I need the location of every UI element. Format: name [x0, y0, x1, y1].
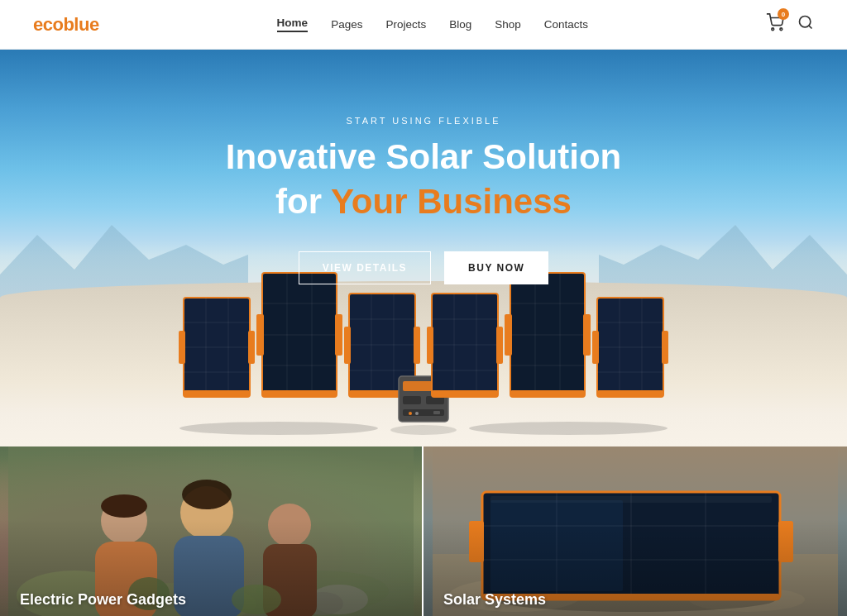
view-details-button[interactable]: VIEW DETAILS	[299, 251, 431, 284]
hero-title-accent: Your Business	[331, 182, 572, 221]
header-actions: 0	[766, 13, 814, 36]
bottom-grid: Electric Power Gadgets	[0, 446, 847, 616]
hero-subtitle: START USING FLEXIBLE	[346, 116, 500, 126]
card-electric-power[interactable]: Electric Power Gadgets	[0, 446, 424, 616]
nav-item-projects[interactable]: Projects	[385, 18, 426, 31]
hero-title-prefix: for	[275, 182, 331, 221]
cart-button[interactable]: 0	[766, 13, 784, 36]
nav-item-contacts[interactable]: Contacts	[544, 18, 588, 31]
logo-blue: blue	[63, 14, 98, 35]
svg-point-1	[780, 28, 782, 31]
nav-item-shop[interactable]: Shop	[495, 18, 521, 31]
svg-point-2	[799, 17, 810, 27]
hero-content: START USING FLEXIBLE Inovative Solar Sol…	[0, 50, 847, 446]
logo-eco: eco	[33, 14, 63, 35]
buy-now-button[interactable]: BUY NOW	[444, 251, 548, 284]
nav-item-pages[interactable]: Pages	[331, 18, 362, 31]
card-label-electric: Electric Power Gadgets	[20, 591, 186, 609]
card-solar-systems[interactable]: Solar Systems	[424, 446, 847, 616]
hero-title-line1: Inovative Solar Solution	[226, 137, 621, 177]
svg-line-3	[809, 26, 812, 29]
site-header: ecoblue Home Pages Projects Blog Shop Co…	[0, 0, 847, 50]
nav-item-home[interactable]: Home	[277, 17, 309, 32]
site-logo[interactable]: ecoblue	[33, 14, 99, 36]
main-nav: Home Pages Projects Blog Shop Contacts	[277, 17, 588, 32]
hero-buttons: VIEW DETAILS BUY NOW	[299, 251, 549, 284]
search-button[interactable]	[797, 14, 814, 35]
nav-item-blog[interactable]: Blog	[449, 18, 471, 31]
hero-title-line2: for Your Business	[275, 182, 572, 222]
svg-point-0	[772, 28, 774, 31]
cart-badge: 0	[778, 8, 789, 20]
hero-section: START USING FLEXIBLE Inovative Solar Sol…	[0, 50, 847, 446]
card-label-solar: Solar Systems	[443, 591, 546, 609]
